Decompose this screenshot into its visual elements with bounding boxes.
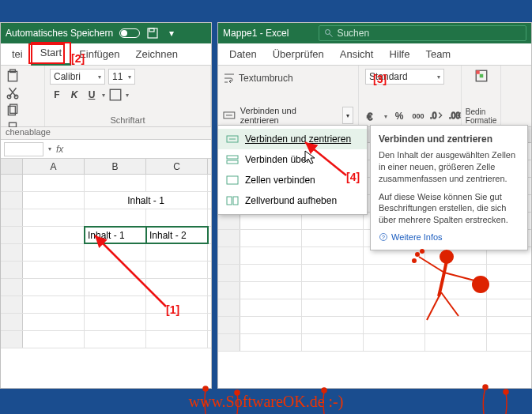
- svg-rect-9: [110, 89, 121, 100]
- font-name-select[interactable]: Calibri ▾: [50, 69, 105, 85]
- dd-unmerge[interactable]: Zellverbund aufheben: [218, 190, 367, 211]
- number-format-select[interactable]: Standard ▾: [365, 69, 444, 85]
- italic-button[interactable]: K: [67, 88, 81, 102]
- dd-merge-center[interactable]: Verbinden und zentrieren: [218, 129, 367, 149]
- row-header[interactable]: [1, 227, 23, 243]
- merge-dropdown-caret[interactable]: ▾: [342, 107, 353, 124]
- chevron-down-icon[interactable]: ▾: [48, 145, 51, 152]
- ribbon-tabs-right: Daten Überprüfen Ansicht Hilfe Team: [218, 43, 531, 66]
- svg-rect-1: [149, 28, 154, 32]
- svg-point-37: [413, 259, 416, 262]
- svg-point-29: [235, 390, 240, 395]
- cut-icon[interactable]: [6, 86, 20, 100]
- underline-button[interactable]: U: [85, 88, 99, 102]
- percent-button[interactable]: %: [392, 109, 406, 123]
- col-header[interactable]: C: [146, 159, 208, 174]
- row-header[interactable]: [1, 209, 23, 226]
- tab-draw[interactable]: Zeichnen: [128, 45, 186, 65]
- watermark-text: www.SoftwareOK.de :-): [0, 393, 532, 411]
- comma-style-button[interactable]: 000: [411, 109, 425, 123]
- col-header[interactable]: A: [23, 159, 85, 174]
- tab-view[interactable]: Ansicht: [332, 45, 382, 65]
- merge-dropdown-menu: Verbinden und zentrieren Verbinden über …: [217, 125, 368, 215]
- svg-point-32: [504, 390, 508, 394]
- unmerge-icon: [226, 194, 239, 207]
- mascot-figure: [403, 237, 498, 332]
- help-icon: ?: [379, 232, 388, 242]
- merge-across-icon: [226, 153, 239, 166]
- tab-team[interactable]: Team: [417, 45, 458, 65]
- bold-button[interactable]: F: [50, 88, 64, 102]
- currency-icon[interactable]: €: [365, 109, 379, 123]
- svg-rect-23: [233, 197, 238, 205]
- cell-b4[interactable]: Inhalt - 1: [85, 227, 146, 243]
- chevron-down-icon: ▾: [98, 73, 101, 81]
- col-header[interactable]: B: [85, 159, 146, 174]
- tab-insert[interactable]: Einfügen: [71, 45, 127, 65]
- chevron-down-icon: ▾: [437, 73, 440, 81]
- window-title: Mappe1 - Excel: [223, 28, 289, 39]
- border-icon[interactable]: [108, 88, 123, 102]
- tab-file-stub[interactable]: tei: [4, 45, 31, 65]
- clipboard-group-label: chenablage: [1, 127, 211, 140]
- excel-window-left: Automatisches Speichern ▾ tei Start Einf…: [0, 22, 212, 389]
- dd-merge-across[interactable]: Verbinden über: [218, 149, 367, 170]
- save-icon[interactable]: [146, 27, 159, 40]
- styles-group-stub: Bedin Formatie: [462, 66, 501, 126]
- tooltip-title: Verbinden und zentrieren: [379, 134, 519, 145]
- autosave-toggle[interactable]: [119, 28, 140, 38]
- tab-review[interactable]: Überprüfen: [265, 45, 332, 65]
- tab-data[interactable]: Daten: [221, 45, 265, 65]
- svg-rect-19: [227, 156, 238, 159]
- svg-point-36: [421, 250, 424, 253]
- name-box[interactable]: [4, 142, 43, 156]
- tab-help[interactable]: Hilfe: [381, 45, 417, 65]
- increase-decimal-icon[interactable]: .0: [430, 109, 444, 123]
- svg-rect-2: [8, 71, 17, 81]
- clipboard-group: ügen: [1, 66, 45, 126]
- tooltip-desc-1: Den Inhalt der ausgewählten Zellen in ei…: [379, 149, 519, 185]
- svg-point-10: [326, 30, 330, 35]
- formula-bar-left: ▾ fx: [1, 140, 211, 159]
- spreadsheet-grid-left: A B C Inhalt - 1 Inhalt - 1 Inhalt - 2: [1, 159, 211, 388]
- svg-rect-22: [227, 197, 232, 205]
- svg-point-35: [416, 253, 419, 256]
- select-all-corner[interactable]: [1, 159, 23, 174]
- svg-rect-20: [227, 160, 238, 164]
- svg-rect-16: [476, 70, 480, 74]
- copy-icon[interactable]: [6, 104, 20, 118]
- mouse-cursor-icon: [304, 150, 317, 166]
- svg-point-34: [473, 277, 489, 292]
- font-group-label: Schriftart: [110, 115, 145, 125]
- ribbon-tabs-left: tei Start Einfügen Zeichnen: [1, 43, 211, 66]
- cell-c4[interactable]: Inhalt - 2: [146, 227, 208, 243]
- merged-cell[interactable]: Inhalt - 1: [85, 192, 208, 209]
- merge-tooltip: Verbinden und zentrieren Den Inhalt der …: [370, 125, 528, 250]
- svg-rect-17: [479, 74, 483, 78]
- row-header[interactable]: [1, 192, 23, 209]
- merge-center-icon: [223, 109, 236, 122]
- ribbon-right: Textumbruch Verbinden und zentrieren ▾ S…: [218, 66, 531, 127]
- conditional-formatting-icon[interactable]: [474, 69, 489, 83]
- paste-icon[interactable]: [6, 69, 20, 83]
- wrap-text-button[interactable]: Textumbruch: [223, 69, 293, 88]
- svg-text:€: €: [367, 111, 372, 122]
- row-header[interactable]: [1, 175, 23, 191]
- wrap-text-icon: [223, 72, 236, 85]
- font-group: Calibri ▾ 11 ▾ F K U ▾ ▾: [45, 66, 211, 126]
- svg-text:?: ?: [382, 234, 385, 241]
- ribbon-left: ügen Calibri ▾ 11 ▾ F K U: [1, 66, 211, 127]
- svg-text:.0: .0: [430, 111, 437, 120]
- merge-cells-icon: [226, 174, 239, 186]
- tab-start[interactable]: Start: [31, 42, 71, 66]
- alignment-group: Textumbruch Verbinden und zentrieren ▾: [218, 66, 359, 126]
- dd-merge-cells[interactable]: Zellen verbinden: [218, 170, 367, 190]
- undo-dropdown-icon[interactable]: ▾: [165, 27, 178, 40]
- fx-icon[interactable]: fx: [56, 144, 63, 155]
- search-box[interactable]: Suchen: [319, 25, 526, 41]
- merge-center-icon: [226, 133, 239, 145]
- merge-center-split-button[interactable]: Verbinden und zentrieren ▾: [223, 106, 353, 125]
- font-size-select[interactable]: 11 ▾: [108, 69, 135, 85]
- titlebar-left: Automatisches Speichern ▾: [1, 23, 211, 43]
- titlebar-right: Mappe1 - Excel Suchen: [218, 23, 531, 43]
